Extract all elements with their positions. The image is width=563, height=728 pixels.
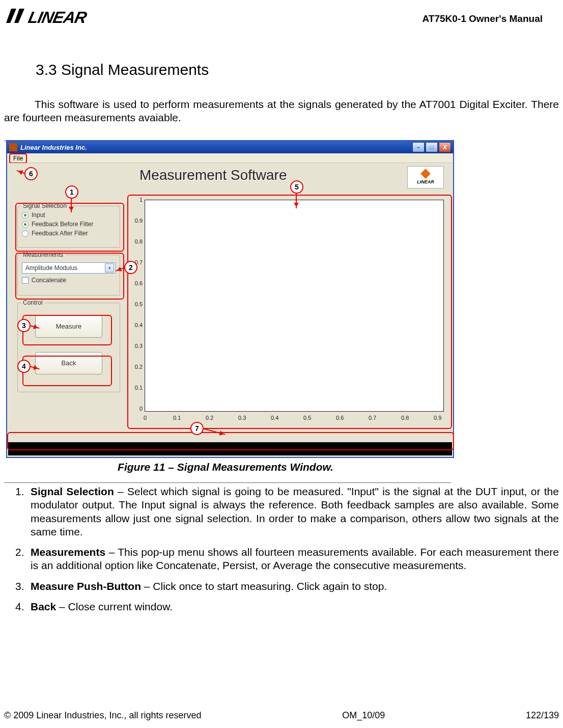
list-item-body: – Click once to start measuring. Click a… [141, 580, 387, 592]
xtick: 0.9 [434, 415, 441, 421]
list-item: 2. Measurements – This pop-up menu shows… [15, 546, 559, 573]
control-panel: Control Measure Back [17, 303, 120, 392]
xtick: 0 [144, 415, 147, 421]
company-logo: LINEAR [6, 8, 86, 27]
list-item-body: – Close current window. [56, 601, 173, 612]
radio-feedback-after[interactable]: Feedback After Filter [18, 230, 120, 237]
radio-input-label: Input [32, 211, 45, 219]
logo-text: LINEAR [26, 8, 88, 27]
mini-logo-text: LINEAR [417, 179, 434, 184]
radio-feedback-before[interactable]: Feedback Before Filter [18, 221, 120, 228]
app-title: Measurement Software [139, 167, 287, 183]
window-titlebar[interactable]: Linear Industries Inc. – □ X [7, 141, 453, 153]
list-item-title: Back [31, 601, 56, 612]
page-footer: © 2009 Linear Industries, Inc., all righ… [4, 710, 559, 721]
logo-icon [6, 8, 24, 27]
ytick: 0.8 [130, 238, 143, 245]
list-item-title: Measurements [31, 546, 105, 558]
xtick: 0.8 [401, 415, 409, 421]
measurement-select[interactable]: Amplitude Modulus ▾ [22, 262, 116, 274]
brand-logo-icon: LINEAR [407, 166, 444, 188]
app-body: Measurement Software LINEAR Signal Selec… [7, 163, 453, 456]
concatenate-checkbox[interactable]: Concatenate [18, 277, 120, 284]
footer-doc-code: OM_10/09 [342, 710, 385, 721]
arrow-icon [71, 198, 72, 212]
callout-6: 6 [24, 167, 38, 180]
chart-area: 1 0.9 0.8 0.7 0.6 0.5 0.4 0.3 0.2 0.1 0 … [130, 199, 446, 423]
callout-3: 3 [17, 319, 31, 332]
xtick: 0.4 [271, 415, 278, 421]
xtick: 0.5 [303, 415, 311, 421]
callout-5: 5 [290, 180, 303, 194]
page-header: LINEAR AT75K0-1 Owner's Manual [6, 8, 543, 30]
list-marker: 4. [15, 600, 24, 613]
chevron-down-icon: ▾ [105, 263, 114, 273]
menu-bar: File [7, 153, 453, 163]
ytick: 0.3 [130, 343, 143, 349]
back-button[interactable]: Back [35, 352, 102, 374]
ytick: 0.9 [130, 218, 143, 224]
separator-bottom [4, 482, 451, 483]
control-legend: Control [21, 299, 45, 306]
ytick: 1 [130, 197, 143, 203]
xtick: 0.2 [206, 415, 213, 421]
arrow-icon [296, 193, 297, 208]
arrow-icon [203, 428, 226, 435]
checkbox-icon [22, 277, 29, 284]
radio-dot-icon [22, 230, 29, 237]
minimize-button[interactable]: – [412, 142, 425, 152]
chart-canvas [145, 200, 444, 412]
radio-dot-icon [22, 221, 29, 228]
ytick: 0.2 [130, 364, 143, 370]
xtick: 0.7 [369, 415, 376, 421]
measure-button[interactable]: Measure [35, 315, 102, 338]
measurements-panel: Measurements Amplitude Modulus ▾ Concate… [17, 255, 120, 295]
list-marker: 3. [15, 580, 24, 593]
ytick: 0.6 [130, 280, 143, 286]
manual-title: AT75K0-1 Owner's Manual [423, 13, 543, 24]
callout-2: 2 [124, 261, 137, 274]
figure-caption: Figure 11 – Signal Measurements Window. [0, 461, 451, 473]
section-heading: 3.3 Signal Measurements [36, 61, 209, 78]
measurement-select-value: Amplitude Modulus [25, 264, 77, 272]
menu-file[interactable]: File [9, 153, 27, 164]
ytick: 0 [130, 406, 143, 412]
list-item-body: – This pop-up menu shows all fourteen me… [31, 546, 559, 571]
list-marker: 2. [15, 546, 24, 559]
radio-dot-icon [22, 212, 29, 219]
callout-1: 1 [65, 185, 78, 199]
maximize-button[interactable]: □ [426, 142, 438, 152]
ytick: 0.4 [130, 322, 143, 328]
intro-text: This software is used to perform measure… [4, 98, 559, 123]
list-item-title: Measure Push-Button [31, 580, 141, 592]
callout-7: 7 [190, 422, 204, 435]
xtick: 0.6 [336, 415, 344, 421]
ytick: 0.5 [130, 301, 143, 307]
app-icon [9, 143, 17, 151]
app-window: Linear Industries Inc. – □ X File Measur… [6, 140, 454, 458]
footer-page-number: 122/139 [526, 710, 559, 721]
radio-feedback-after-label: Feedback After Filter [32, 230, 88, 237]
status-bar [8, 442, 452, 455]
list-item: 1. Signal Selection – Select which signa… [15, 485, 559, 538]
close-button[interactable]: X [439, 142, 451, 152]
radio-feedback-before-label: Feedback Before Filter [32, 221, 93, 228]
measurements-legend: Measurements [21, 251, 65, 258]
list-item: 3. Measure Push-Button – Click once to s… [15, 580, 559, 593]
signal-selection-legend: Signal Selection [21, 202, 69, 209]
concatenate-label: Concatenate [32, 277, 66, 284]
list-marker: 1. [15, 485, 24, 498]
footer-copyright: © 2009 Linear Industries, Inc., all righ… [4, 710, 201, 721]
callout-4: 4 [17, 360, 31, 373]
description-list: 1. Signal Selection – Select which signa… [15, 485, 559, 621]
window-title: Linear Industries Inc. [20, 144, 87, 151]
ytick: 0.1 [130, 385, 143, 391]
list-item-title: Signal Selection [31, 486, 114, 497]
xtick: 0.1 [173, 415, 181, 421]
xtick: 0.3 [238, 415, 246, 421]
section-intro: This software is used to perform measure… [0, 98, 563, 125]
list-item: 4. Back – Close current window. [15, 600, 559, 613]
